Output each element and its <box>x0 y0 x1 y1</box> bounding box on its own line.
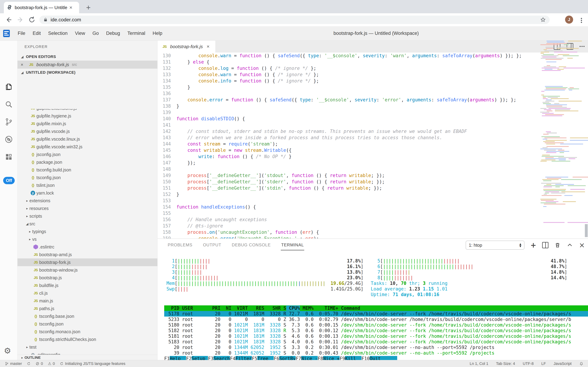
tree-item--eslintrc[interactable]: .eslintrc <box>17 243 157 251</box>
terminal-select[interactable]: 1: htop ▲▼ <box>466 241 524 250</box>
code-line[interactable]: 155 <box>157 210 588 217</box>
status-ln-1-col-1[interactable]: Ln 1, Col 1 <box>470 361 488 366</box>
code-line[interactable]: 156 // Handle uncaught exceptions <box>157 217 588 223</box>
tree-item-extensions[interactable]: ▸extensions <box>17 197 157 205</box>
open-editor-item[interactable]: × JS bootstrap-fork.js src <box>17 61 157 69</box>
notifications-bell-icon[interactable] <box>579 361 583 366</box>
tree-item-resources[interactable]: ▸resources <box>17 205 157 212</box>
code-line[interactable]: 138} <box>157 103 588 109</box>
code-line[interactable]: 131 } else { <box>157 59 588 65</box>
code-line[interactable]: 140function disableSTDIO() { <box>157 116 588 122</box>
editor-tab[interactable]: JS bootstrap-fork.js × <box>157 41 215 52</box>
tree-item-gulpfile-vscode-linux-js[interactable]: JSgulpfile.vscode.linux.js <box>17 135 157 143</box>
menu-help[interactable]: Help <box>149 31 166 36</box>
split-terminal-icon[interactable] <box>542 242 548 248</box>
search-icon[interactable] <box>5 100 13 108</box>
tree-item-tsconfig-strictnullchecks-json[interactable]: {}tsconfig.strictNullChecks.json <box>17 335 157 343</box>
code-line[interactable]: 135 } <box>157 84 588 90</box>
settings-gear-icon[interactable]: ⚙ <box>4 346 11 355</box>
code-line[interactable]: 132 console.log = function () { /* ignor… <box>157 65 588 71</box>
code-line[interactable]: 153 <box>157 198 588 204</box>
code-line[interactable]: 137 console.error = function () { safeSe… <box>157 97 588 103</box>
code-line[interactable]: 143 // error when we are inside a forked… <box>157 134 588 141</box>
code-line[interactable]: 146 write: function () { /* No OP */ } <box>157 153 588 160</box>
code-area[interactable]: 130 console.warn = function () { safeSen… <box>157 52 588 239</box>
tree-item--editorconfig[interactable]: ⚙.editorconfig <box>17 351 157 355</box>
debug-off-icon[interactable] <box>5 135 13 144</box>
tree-item-paths-js[interactable]: JSpaths.js <box>17 305 157 312</box>
status-initializing-js-ts-language-features[interactable]: Initializing JS/TS language features <box>60 361 125 366</box>
kill-terminal-icon[interactable] <box>555 242 561 249</box>
tree-item-src[interactable]: ◢src <box>17 220 157 228</box>
open-editors-header[interactable]: ◢ OPEN EDITORS <box>17 53 157 61</box>
tree-item-gulpfile-extensions-js[interactable]: JSgulpfile.extensions.js <box>17 109 157 112</box>
tree-item-yarn-lock[interactable]: yyarn.lock <box>17 189 157 197</box>
code-line[interactable]: 158 process.on('uncaughtException', func… <box>157 229 588 235</box>
tree-item-main-js[interactable]: JSmain.js <box>17 297 157 305</box>
code-line[interactable]: 139 <box>157 109 588 116</box>
tree-item-package-json[interactable]: {}package.json <box>17 158 157 166</box>
menu-view[interactable]: View <box>71 31 89 36</box>
tree-item-tsconfig-base-json[interactable]: {}tsconfig.base.json <box>17 312 157 320</box>
code-line[interactable]: 133 console.warn = function () { /* igno… <box>157 71 588 78</box>
minimap[interactable] <box>539 41 584 239</box>
code-line[interactable]: 152} <box>157 191 588 198</box>
code-line[interactable]: 150 process['__defineGetter__']('stderr'… <box>157 179 588 185</box>
forward-icon[interactable] <box>17 16 24 24</box>
maximize-panel-icon[interactable] <box>567 242 573 248</box>
code-line[interactable]: 134 console.info = function () { /* igno… <box>157 78 588 84</box>
tree-item-tslint-json[interactable]: {}tslint.json <box>17 181 157 189</box>
panel-tab-problems[interactable]: PROBLEMS <box>167 240 193 250</box>
tree-item-buildfile-js[interactable]: JSbuildfile.js <box>17 282 157 289</box>
explorer-icon[interactable] <box>5 83 13 91</box>
code-line[interactable]: 130 console.warn = function () { safeSen… <box>157 52 588 59</box>
status-0[interactable]: 0 <box>35 361 43 366</box>
code-line[interactable]: 144 const stream = require('stream'); <box>157 141 588 147</box>
status-tab-size-4[interactable]: Tab Size: 4 <box>496 361 515 366</box>
menu-file[interactable]: File <box>14 31 29 36</box>
code-line[interactable]: 154function handleExceptions() { <box>157 204 588 210</box>
tree-item-gulpfile-vscode-js[interactable]: JSgulpfile.vscode.js <box>17 127 157 135</box>
tree-item-gulpfile-hygiene-js[interactable]: JSgulpfile.hygiene.js <box>17 112 157 120</box>
browser-menu-icon[interactable] <box>581 17 582 24</box>
tree-item-gulpfile-vscode-win32-js[interactable]: JSgulpfile.vscode.win32.js <box>17 143 157 150</box>
new-tab-button[interactable]: + <box>86 3 91 12</box>
browser-tab[interactable]: bootstrap-fork.js — Untitled (W × <box>4 2 79 13</box>
address-bar[interactable]: ide.coder.com <box>39 16 550 24</box>
extensions-icon[interactable] <box>5 153 13 161</box>
tree-item-bootstrap-window-js[interactable]: JSbootstrap-window.js <box>17 266 157 274</box>
tree-item-bootstrap-amd-js[interactable]: JSbootstrap-amd.js <box>17 251 157 259</box>
menu-debug[interactable]: Debug <box>102 31 124 36</box>
browser-avatar[interactable]: J <box>565 16 573 24</box>
outline-section[interactable]: ▸ OUTLINE <box>17 355 157 360</box>
panel-tab-debug-console[interactable]: DEBUG CONSOLE <box>232 240 271 250</box>
back-icon[interactable] <box>5 16 13 24</box>
code-line[interactable]: 142 // const stdout, stderr and stdin be… <box>157 128 588 134</box>
app-logo-icon[interactable] <box>3 30 10 37</box>
tree-item-tsconfig-json[interactable]: {}tsconfig.json <box>17 320 157 328</box>
source-control-icon[interactable] <box>5 118 13 126</box>
tab-close-icon[interactable]: × <box>69 5 73 10</box>
tree-item-jsconfig-json[interactable]: {}jsconfig.json <box>17 150 157 158</box>
status-lf[interactable]: LF <box>541 361 546 366</box>
panel-tab-output[interactable]: OUTPUT <box>203 240 222 250</box>
code-line[interactable]: 136 <box>157 90 588 97</box>
off-badge[interactable]: Off <box>3 177 15 184</box>
code-line[interactable]: 145 const writable = new stream.Writable… <box>157 147 588 153</box>
editor-scrollbar-thumb[interactable] <box>585 224 588 237</box>
workspace-header[interactable]: ◢ UNTITLED (WORKSPACE) <box>17 69 157 76</box>
menu-edit[interactable]: Edit <box>29 31 45 36</box>
tree-item-tsconfig-json[interactable]: {}tsconfig.json <box>17 174 157 181</box>
code-line[interactable]: 157 // @ts-ignore <box>157 223 588 229</box>
code-line[interactable]: 159 console.error('Uncaught Exception: '… <box>157 235 588 239</box>
tree-item-bootstrap-fork-js[interactable]: JSbootstrap-fork.js <box>17 259 157 266</box>
status-sync[interactable] <box>27 361 31 366</box>
tree-item-gulpfile-mixin-js[interactable]: JSgulpfile.mixin.js <box>17 120 157 127</box>
tree-item-typings[interactable]: ▸typings <box>17 228 157 235</box>
bookmark-star-icon[interactable] <box>540 17 546 23</box>
tree-item-vs[interactable]: ▸vs <box>17 235 157 243</box>
menu-selection[interactable]: Selection <box>44 31 71 36</box>
status-javascript[interactable]: JavaScript <box>554 361 571 366</box>
close-icon[interactable]: × <box>21 62 28 67</box>
tree-item-tsconfig-build-json[interactable]: {}tsconfig.build.json <box>17 166 157 174</box>
